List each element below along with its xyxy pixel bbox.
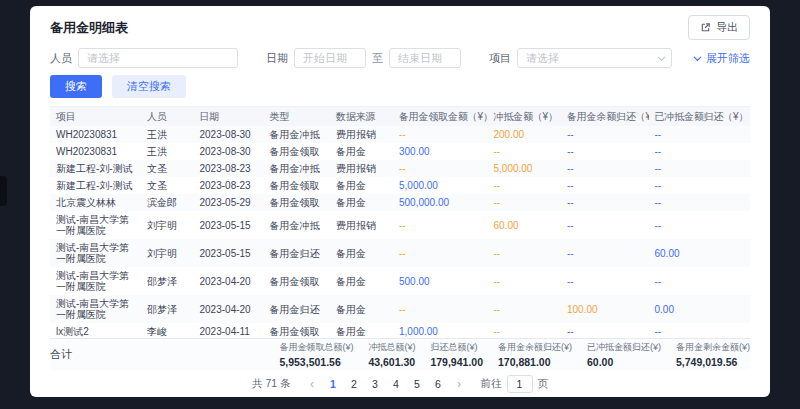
- project-filter-label: 项目: [489, 51, 511, 66]
- page-number[interactable]: 4: [388, 376, 405, 393]
- date-cell: 2023-08-23: [194, 160, 264, 177]
- next-page-arrow[interactable]: ›: [451, 376, 468, 393]
- data-table-container: 项目人员日期类型数据来源备用金领取金额（¥）冲抵金额（¥）备用金余额归还（¥）已…: [50, 106, 750, 338]
- type-cell: 备用金冲抵: [264, 126, 331, 143]
- goto-page-input[interactable]: [507, 375, 533, 393]
- project-cell: 新建工程-刘-测试: [50, 177, 141, 194]
- search-button[interactable]: 搜索: [50, 75, 102, 98]
- amount-cell: --: [649, 267, 751, 295]
- type-cell: 备用金归还: [264, 239, 331, 267]
- summary-item: 备用金剩余金额(¥)5,749,019.56: [676, 341, 750, 368]
- date-cell: 2023-05-29: [194, 194, 264, 211]
- page-list: 123456: [325, 376, 447, 393]
- goto-page: 前往 页: [481, 375, 549, 393]
- project-cell: 测试-南昌大学第一附属医院: [50, 267, 141, 295]
- source-cell: 备用金: [330, 323, 393, 338]
- table-row[interactable]: 测试-南昌大学第一附属医院邵梦泽2023-04-20备用金归还备用金----10…: [50, 295, 750, 323]
- goto-suffix: 页: [538, 377, 549, 391]
- column-header: 日期: [194, 107, 264, 126]
- column-header: 数据来源: [330, 107, 393, 126]
- table-row[interactable]: 新建工程-刘-测试文圣2023-08-23备用金冲抵费用报销--5,000.00…: [50, 160, 750, 177]
- summary-item-label: 归还总额(¥): [430, 341, 483, 354]
- summary-item-label: 备用金领取总额(¥): [279, 341, 353, 354]
- amount-cell: --: [561, 143, 649, 160]
- person-cell: 滨金郎: [141, 194, 194, 211]
- amount-cell: --: [649, 323, 751, 338]
- date-start-input[interactable]: [294, 48, 366, 68]
- summary-item-label: 备用金余额归还(¥): [498, 341, 572, 354]
- clear-search-button[interactable]: 清空搜索: [112, 75, 186, 98]
- type-cell: 备用金冲抵: [264, 160, 331, 177]
- amount-cell: 500,000.00: [393, 194, 488, 211]
- page-number[interactable]: 6: [430, 376, 447, 393]
- amount-cell: --: [561, 177, 649, 194]
- person-cell: 文圣: [141, 160, 194, 177]
- project-filter: 项目: [489, 48, 672, 68]
- export-icon: [700, 22, 711, 33]
- date-cell: 2023-04-11: [194, 323, 264, 338]
- amount-cell: --: [488, 194, 562, 211]
- source-cell: 备用金: [330, 177, 393, 194]
- amount-cell: --: [488, 267, 562, 295]
- table-row[interactable]: 测试-南昌大学第一附属医院邵梦泽2023-04-20备用金领取备用金500.00…: [50, 267, 750, 295]
- summary-item-value: 5,953,501.56: [279, 356, 353, 368]
- project-cell: 新建工程-刘-测试: [50, 160, 141, 177]
- action-buttons: 搜索 清空搜索: [30, 75, 770, 106]
- amount-cell: 100.00: [561, 295, 649, 323]
- type-cell: 备用金领取: [264, 323, 331, 338]
- type-cell: 备用金归还: [264, 295, 331, 323]
- export-button[interactable]: 导出: [688, 15, 750, 40]
- page-number[interactable]: 2: [346, 376, 363, 393]
- table-row[interactable]: WH20230831王洪2023-08-30备用金冲抵费用报销--200.00-…: [50, 126, 750, 143]
- export-button-label: 导出: [716, 20, 738, 35]
- table-row[interactable]: lx测试2李峻2023-04-11备用金领取备用金1,000.00------: [50, 323, 750, 338]
- amount-cell: --: [393, 211, 488, 239]
- prev-page-arrow[interactable]: ‹: [304, 376, 321, 393]
- type-cell: 备用金领取: [264, 177, 331, 194]
- amount-cell: --: [649, 126, 751, 143]
- amount-cell: --: [561, 267, 649, 295]
- summary-item-label: 备用金剩余金额(¥): [676, 341, 750, 354]
- amount-cell: --: [393, 126, 488, 143]
- amount-cell: 300.00: [393, 143, 488, 160]
- content-card: 备用金明细表 导出 人员 日期 至: [30, 6, 770, 397]
- table-row[interactable]: 北京震义林林滨金郎2023-05-29备用金领取备用金500,000.00---…: [50, 194, 750, 211]
- summary-item-value: 170,881.00: [498, 356, 572, 368]
- person-select-input[interactable]: [78, 48, 238, 68]
- table-row[interactable]: 测试-南昌大学第一附属医院刘宇明2023-05-15备用金归还备用金------…: [50, 239, 750, 267]
- summary-item-label: 冲抵总额(¥): [368, 341, 415, 354]
- date-cell: 2023-08-30: [194, 143, 264, 160]
- amount-cell: 0.00: [649, 295, 751, 323]
- pagination-total: 共 71 条: [252, 377, 291, 391]
- page-number[interactable]: 1: [325, 376, 342, 393]
- chevron-down-icon: [693, 54, 702, 63]
- summary-row: 合计 备用金领取总额(¥)5,953,501.56冲抵总额(¥)43,601.3…: [50, 338, 750, 370]
- date-end-input[interactable]: [389, 48, 461, 68]
- source-cell: 费用报销: [330, 211, 393, 239]
- summary-item: 备用金余额归还(¥)170,881.00: [498, 341, 572, 368]
- expand-filters-label: 展开筛选: [706, 51, 750, 66]
- column-header: 备用金余额归还（¥）: [561, 107, 649, 126]
- sidebar-drawer-handle[interactable]: [0, 176, 7, 206]
- table-row[interactable]: 新建工程-刘-测试文圣2023-08-23备用金领取备用金5,000.00---…: [50, 177, 750, 194]
- table-row[interactable]: WH20230831王洪2023-08-30备用金领取备用金300.00----…: [50, 143, 750, 160]
- project-cell: 北京震义林林: [50, 194, 141, 211]
- amount-cell: --: [488, 177, 562, 194]
- table-row[interactable]: 测试-南昌大学第一附属医院刘宇明2023-05-15备用金冲抵费用报销--60.…: [50, 211, 750, 239]
- summary-item-value: 5,749,019.56: [676, 356, 750, 368]
- source-cell: 备用金: [330, 194, 393, 211]
- person-filter: 人员: [50, 48, 238, 68]
- summary-total-label: 合计: [50, 347, 72, 362]
- column-header: 备用金领取金额（¥）: [393, 107, 488, 126]
- amount-cell: --: [561, 239, 649, 267]
- project-cell: WH20230831: [50, 126, 141, 143]
- amount-cell: --: [488, 239, 562, 267]
- page-number[interactable]: 5: [409, 376, 426, 393]
- summary-item-value: 179,941.00: [430, 356, 483, 368]
- project-cell: WH20230831: [50, 143, 141, 160]
- date-cell: 2023-04-20: [194, 295, 264, 323]
- project-cell: 测试-南昌大学第一附属医院: [50, 295, 141, 323]
- page-number[interactable]: 3: [367, 376, 384, 393]
- project-select-input[interactable]: [517, 48, 672, 68]
- expand-filters-link[interactable]: 展开筛选: [693, 51, 750, 66]
